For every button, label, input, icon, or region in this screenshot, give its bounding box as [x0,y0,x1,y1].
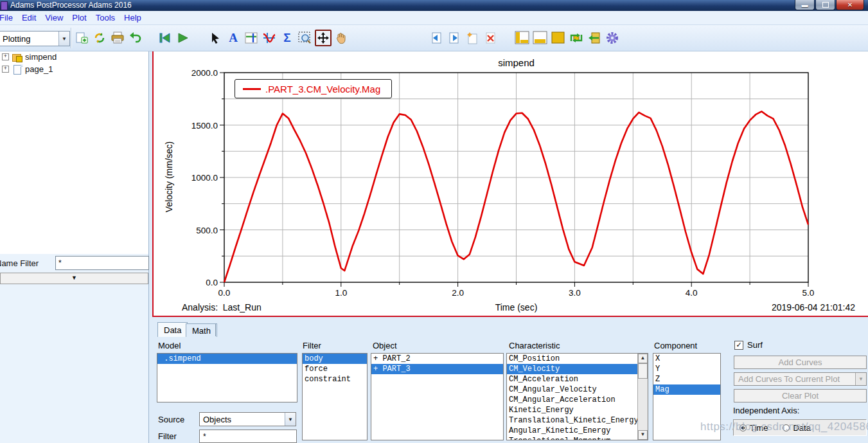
list-item[interactable]: Angular_Kinetic_Energy [507,426,648,436]
previous-page-icon[interactable] [428,30,445,46]
list-item[interactable]: force [303,364,367,374]
toolbar-separator [71,28,72,48]
menu-bar: File Edit View Plot Tools Help [0,11,868,25]
mode-select-value: Plotting [0,34,58,44]
menu-plot[interactable]: Plot [67,13,91,23]
play-icon[interactable] [175,30,191,46]
svg-text:1000.0: 1000.0 [191,173,218,183]
filter-field-input[interactable] [199,429,297,443]
list-item[interactable]: body [303,354,367,364]
layout-full-icon[interactable] [550,30,567,46]
name-filter-input[interactable] [55,256,149,270]
first-frame-icon[interactable] [157,30,173,46]
scroll-up-icon[interactable]: ▲ [638,354,648,363]
close-button[interactable]: ✕ [836,0,864,10]
list-item[interactable]: Mag [653,384,720,395]
tab-data[interactable]: Data [157,322,188,337]
expand-plus-icon[interactable]: + [2,66,9,73]
menu-file[interactable]: File [0,13,17,23]
layout-bottom-icon[interactable] [532,30,549,46]
svg-text:5.0: 5.0 [802,288,815,298]
maximize-button[interactable] [815,0,835,10]
list-item[interactable]: CM_Position [507,354,648,364]
delete-page-icon[interactable] [482,30,499,46]
curve-edit-icon[interactable] [261,30,278,46]
list-item[interactable]: + PART_3 [371,364,503,374]
list-item[interactable]: + PART_2 [371,354,503,364]
clear-plot-button[interactable]: Clear Plot [734,389,867,402]
add-mode-value: Add Curves To Current Plot [738,374,840,384]
svg-text:2.0: 2.0 [452,288,464,298]
import-page-icon[interactable] [586,30,603,46]
scroll-down-icon[interactable]: ▼ [638,430,648,440]
menu-view[interactable]: View [40,13,67,23]
pan-tool-icon[interactable] [315,30,332,46]
list-item[interactable]: X [653,354,720,364]
sum-tool-icon[interactable]: Σ [279,30,296,46]
mode-select[interactable]: Plotting ▼ [0,31,70,46]
hand-tool-icon[interactable] [333,30,350,46]
independent-axis-label: Independent Axis: [733,406,799,415]
list-item[interactable]: CM_Angular_Velocity [507,384,648,395]
next-page-icon[interactable] [446,30,463,46]
layout-left-icon[interactable] [514,30,531,46]
svg-text:2000.0: 2000.0 [191,68,218,78]
tree-item-page-1[interactable]: + page_1 [0,63,148,75]
undo-icon[interactable] [127,30,144,46]
add-curves-button[interactable]: Add Curves [734,356,867,369]
surf-checkbox[interactable]: ✓ [734,341,743,350]
menu-help[interactable]: Help [120,13,146,23]
svg-text:1.0: 1.0 [335,288,347,298]
source-select[interactable]: Objects ▼ [199,412,296,426]
list-item[interactable]: CM_Acceleration [507,374,648,384]
tree-expand-button[interactable]: ▼ [0,273,148,284]
create-page-icon[interactable] [464,30,481,46]
menu-tools[interactable]: Tools [91,13,120,23]
svg-text:1500.0: 1500.0 [191,121,218,131]
list-item[interactable]: Translational_Momentum [507,436,648,440]
list-item[interactable]: Y [653,364,720,374]
chevron-down-icon[interactable]: ▼ [855,373,866,385]
filter-listbox: bodyforceconstraint [302,353,368,440]
tab-math[interactable]: Math [186,323,217,337]
scrollbar-track[interactable] [638,379,648,430]
minimize-button[interactable]: ▬ [795,0,815,10]
list-item[interactable]: .simpend [157,354,297,364]
legend-line-sample [243,88,261,90]
settings-gear-icon[interactable] [604,30,621,46]
print-icon[interactable] [109,30,126,46]
add-mode-select[interactable]: Add Curves To Current Plot ▼ [734,372,867,386]
list-item[interactable]: constraint [303,374,367,384]
list-item[interactable]: Z [653,374,720,384]
refresh-icon[interactable] [91,30,108,46]
toolbar: Plotting ▼ A [0,25,868,51]
plot-viewport[interactable]: simpend .PART_3.CM_Velocity.Mag 0.01.02.… [152,48,868,317]
filter-field-label: Filter [158,431,177,441]
characteristic-scrollbar[interactable]: ▲ ▼ [637,354,648,440]
swap-view-icon[interactable] [568,30,585,46]
zoom-area-icon[interactable] [297,30,314,46]
chevron-down-icon[interactable]: ▼ [285,413,296,426]
select-pointer-icon[interactable] [207,30,224,46]
menu-edit[interactable]: Edit [17,13,40,23]
tree-item-simpend[interactable]: + simpend [0,51,148,63]
text-tool-icon[interactable]: A [225,30,242,46]
scrollbar-thumb[interactable] [638,363,648,379]
list-item[interactable]: CM_Velocity [507,364,648,374]
tab-separator [215,324,216,336]
surf-label: Surf [747,340,763,350]
plot-limits-icon[interactable] [243,30,260,46]
list-item[interactable]: Translational_Kinetic_Energy [507,415,648,426]
svg-text:0.0: 0.0 [218,288,231,298]
plot-timestamp: 2019-06-04 21:01:42 [772,302,855,312]
app-icon [1,1,8,10]
expand-plus-icon[interactable]: + [2,53,9,60]
object-listbox: + PART_2+ PART_3 [371,353,504,440]
list-item[interactable]: Kinetic_Energy [507,405,648,415]
chevron-down-icon[interactable]: ▼ [58,32,69,46]
navigation-panel: + simpend + page_1 Name Filter ▼ [0,51,149,443]
characteristic-list-wrap: CM_PositionCM_VelocityCM_AccelerationCM_… [506,353,648,440]
object-column-label: Object [373,341,397,350]
new-page-icon[interactable] [73,30,90,46]
list-item[interactable]: CM_Angular_Acceleration [507,395,648,405]
